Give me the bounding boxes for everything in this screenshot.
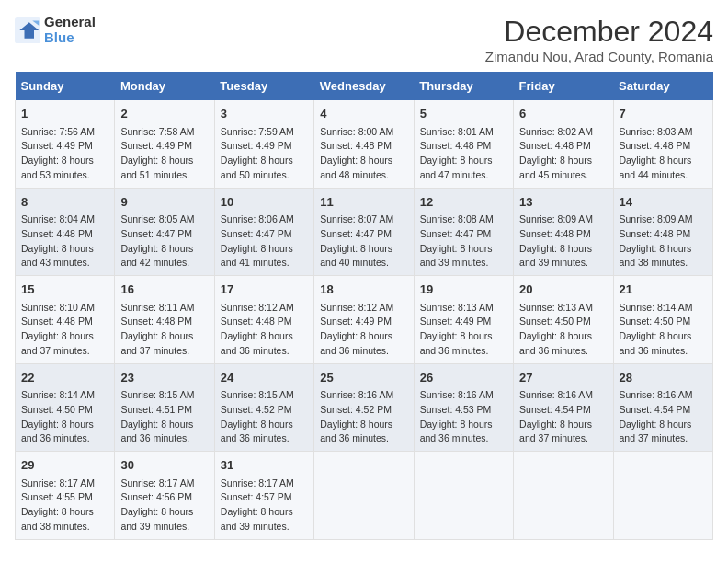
sunset-text: Sunset: 4:48 PM [120, 316, 192, 327]
sunrise-text: Sunrise: 8:03 AM [620, 126, 693, 137]
day-number: 18 [320, 281, 407, 299]
sunset-text: Sunset: 4:47 PM [221, 228, 292, 239]
col-header-friday: Friday [514, 72, 613, 100]
calendar-cell: 11Sunrise: 8:07 AMSunset: 4:47 PMDayligh… [314, 188, 414, 276]
sunrise-text: Sunrise: 8:00 AM [320, 126, 393, 137]
sunset-text: Sunset: 4:49 PM [420, 316, 492, 327]
daylight-text: Daylight: 8 hours and 36 minutes. [620, 330, 692, 356]
sunrise-text: Sunrise: 8:16 AM [620, 389, 693, 400]
sunrise-text: Sunrise: 8:14 AM [620, 302, 693, 313]
calendar-body: 1Sunrise: 7:56 AMSunset: 4:49 PMDaylight… [16, 100, 713, 539]
calendar-cell: 17Sunrise: 8:12 AMSunset: 4:48 PMDayligh… [214, 276, 313, 364]
sunset-text: Sunset: 4:47 PM [420, 228, 492, 239]
day-number: 9 [120, 193, 208, 212]
daylight-text: Daylight: 8 hours and 36 minutes. [420, 330, 493, 356]
day-number: 13 [519, 193, 607, 212]
daylight-text: Daylight: 8 hours and 36 minutes. [221, 419, 293, 444]
sunset-text: Sunset: 4:54 PM [519, 404, 591, 415]
day-number: 5 [420, 105, 507, 123]
logo: General Blue [15, 15, 96, 45]
page-title: December 2024 [485, 15, 713, 49]
sunrise-text: Sunrise: 8:17 AM [221, 477, 294, 488]
sunrise-text: Sunrise: 8:15 AM [221, 389, 294, 400]
calendar-cell: 27Sunrise: 8:16 AMSunset: 4:54 PMDayligh… [514, 363, 613, 452]
daylight-text: Daylight: 8 hours and 36 minutes. [120, 419, 193, 444]
calendar-cell: 14Sunrise: 8:09 AMSunset: 4:48 PMDayligh… [613, 188, 712, 276]
sunset-text: Sunset: 4:55 PM [21, 491, 93, 502]
sunset-text: Sunset: 4:51 PM [120, 404, 192, 415]
sunrise-text: Sunrise: 8:17 AM [21, 477, 95, 488]
calendar-cell: 28Sunrise: 8:16 AMSunset: 4:54 PMDayligh… [613, 363, 712, 452]
day-number: 19 [420, 281, 507, 299]
day-number: 16 [120, 281, 208, 299]
header: General Blue December 2024 Zimandu Nou, … [15, 15, 713, 64]
sunset-text: Sunset: 4:52 PM [221, 404, 292, 415]
col-header-monday: Monday [115, 72, 214, 100]
sunset-text: Sunset: 4:52 PM [320, 404, 392, 415]
day-number: 3 [221, 105, 308, 123]
calendar-cell: 1Sunrise: 7:56 AMSunset: 4:49 PMDaylight… [16, 100, 115, 188]
daylight-text: Daylight: 8 hours and 38 minutes. [21, 506, 94, 532]
col-header-wednesday: Wednesday [314, 72, 414, 100]
calendar-cell: 6Sunrise: 8:02 AMSunset: 4:48 PMDaylight… [514, 100, 613, 188]
logo-general-text: General [44, 15, 96, 30]
daylight-text: Daylight: 8 hours and 51 minutes. [120, 155, 193, 180]
sunrise-text: Sunrise: 8:12 AM [221, 302, 294, 313]
calendar-cell: 31Sunrise: 8:17 AMSunset: 4:57 PMDayligh… [214, 452, 313, 540]
day-number: 7 [620, 105, 707, 123]
daylight-text: Daylight: 8 hours and 39 minutes. [420, 243, 493, 269]
calendar-week-row: 29Sunrise: 8:17 AMSunset: 4:55 PMDayligh… [16, 452, 713, 540]
sunset-text: Sunset: 4:56 PM [120, 491, 192, 502]
sunset-text: Sunset: 4:50 PM [519, 316, 591, 327]
logo-text: General Blue [44, 15, 96, 45]
sunrise-text: Sunrise: 7:58 AM [120, 126, 194, 137]
col-header-tuesday: Tuesday [214, 72, 313, 100]
page-subtitle: Zimandu Nou, Arad County, Romania [485, 49, 713, 64]
calendar-cell: 3Sunrise: 7:59 AMSunset: 4:49 PMDaylight… [214, 100, 313, 188]
sunrise-text: Sunrise: 8:17 AM [120, 477, 194, 488]
calendar-week-row: 8Sunrise: 8:04 AMSunset: 4:48 PMDaylight… [16, 188, 713, 276]
calendar-cell: 4Sunrise: 8:00 AMSunset: 4:48 PMDaylight… [314, 100, 414, 188]
day-number: 25 [320, 369, 407, 387]
sunset-text: Sunset: 4:57 PM [221, 491, 292, 502]
sunrise-text: Sunrise: 8:06 AM [221, 213, 294, 224]
sunset-text: Sunset: 4:49 PM [221, 140, 292, 151]
sunrise-text: Sunrise: 8:08 AM [420, 213, 494, 224]
sunrise-text: Sunrise: 8:13 AM [420, 302, 494, 313]
day-number: 1 [21, 105, 108, 123]
sunset-text: Sunset: 4:49 PM [120, 140, 192, 151]
sunrise-text: Sunrise: 8:16 AM [519, 389, 593, 400]
sunrise-text: Sunrise: 8:16 AM [420, 389, 494, 400]
calendar-cell: 22Sunrise: 8:14 AMSunset: 4:50 PMDayligh… [16, 363, 115, 452]
sunset-text: Sunset: 4:48 PM [620, 140, 691, 151]
calendar-cell: 23Sunrise: 8:15 AMSunset: 4:51 PMDayligh… [115, 363, 214, 452]
day-number: 8 [21, 193, 108, 212]
day-number: 2 [120, 105, 208, 123]
calendar-cell: 20Sunrise: 8:13 AMSunset: 4:50 PMDayligh… [514, 276, 613, 364]
calendar-cell: 18Sunrise: 8:12 AMSunset: 4:49 PMDayligh… [314, 276, 414, 364]
sunrise-text: Sunrise: 8:02 AM [519, 126, 593, 137]
calendar-cell: 15Sunrise: 8:10 AMSunset: 4:48 PMDayligh… [16, 276, 115, 364]
calendar-cell: 25Sunrise: 8:16 AMSunset: 4:52 PMDayligh… [314, 363, 414, 452]
col-header-sunday: Sunday [16, 72, 115, 100]
day-number: 21 [620, 281, 707, 299]
calendar-cell: 10Sunrise: 8:06 AMSunset: 4:47 PMDayligh… [214, 188, 313, 276]
calendar-cell: 2Sunrise: 7:58 AMSunset: 4:49 PMDaylight… [115, 100, 214, 188]
calendar-cell: 19Sunrise: 8:13 AMSunset: 4:49 PMDayligh… [414, 276, 513, 364]
sunset-text: Sunset: 4:48 PM [420, 140, 492, 151]
day-number: 10 [221, 193, 308, 212]
daylight-text: Daylight: 8 hours and 39 minutes. [221, 506, 293, 532]
calendar-cell: 26Sunrise: 8:16 AMSunset: 4:53 PMDayligh… [414, 363, 513, 452]
daylight-text: Daylight: 8 hours and 45 minutes. [519, 155, 592, 180]
sunset-text: Sunset: 4:48 PM [21, 228, 93, 239]
sunrise-text: Sunrise: 8:15 AM [120, 389, 194, 400]
sunset-text: Sunset: 4:54 PM [620, 404, 691, 415]
sunrise-text: Sunrise: 8:13 AM [519, 302, 593, 313]
day-number: 27 [519, 369, 607, 387]
calendar-week-row: 1Sunrise: 7:56 AMSunset: 4:49 PMDaylight… [16, 100, 713, 188]
daylight-text: Daylight: 8 hours and 37 minutes. [120, 330, 193, 356]
sunset-text: Sunset: 4:53 PM [420, 404, 492, 415]
sunrise-text: Sunrise: 8:01 AM [420, 126, 494, 137]
daylight-text: Daylight: 8 hours and 36 minutes. [320, 419, 392, 444]
daylight-text: Daylight: 8 hours and 36 minutes. [420, 419, 493, 444]
